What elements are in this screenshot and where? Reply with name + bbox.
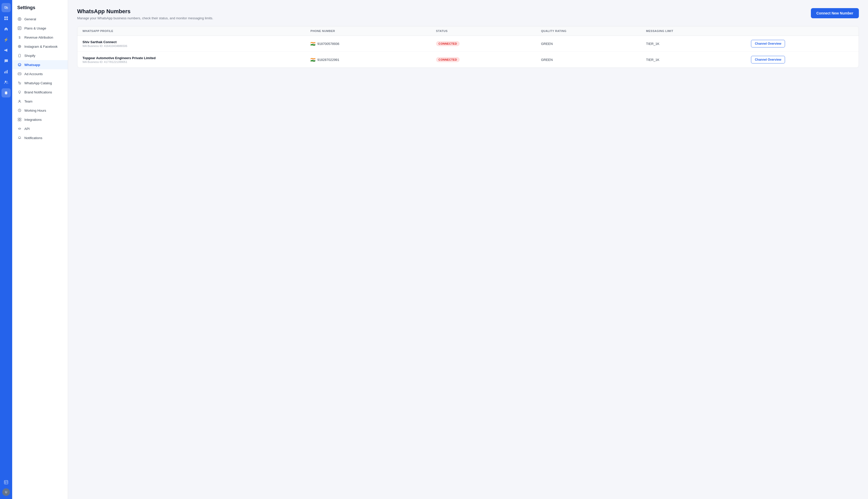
svg-rect-4 xyxy=(4,72,5,73)
whatsapp-icon xyxy=(17,62,22,67)
table-row: Shiv Sarthak Connect WA Business ID: 416… xyxy=(77,36,859,52)
nav-notifications[interactable]: Notifications xyxy=(12,133,68,142)
table-row: Topgear Automotive Engineers Private Lim… xyxy=(77,52,859,68)
nav-plans[interactable]: Plans & Usage xyxy=(12,24,68,33)
svg-rect-5 xyxy=(5,71,7,73)
plans-icon xyxy=(17,26,22,31)
nav-shopify[interactable]: Shopify xyxy=(12,51,68,60)
svg-point-19 xyxy=(18,45,21,48)
sidebar-grid-icon[interactable] xyxy=(1,14,11,23)
col-status-header: STATUS xyxy=(436,29,539,33)
svg-point-13 xyxy=(18,17,21,21)
page-header-text: WhatsApp Numbers Manage your WhatsApp bu… xyxy=(77,8,213,20)
sidebar-lightning-icon[interactable]: ⚡ xyxy=(1,35,11,44)
sidebar-bag-icon[interactable]: 🛍 xyxy=(1,3,11,12)
svg-rect-3 xyxy=(7,19,8,20)
quality-cell-2: GREEN xyxy=(541,58,644,62)
action-cell-1: Channel Overview xyxy=(751,40,854,47)
brand-icon xyxy=(17,90,22,94)
channel-overview-button-2[interactable]: Channel Overview xyxy=(751,56,785,63)
page-header: WhatsApp Numbers Manage your WhatsApp bu… xyxy=(77,8,859,20)
svg-point-20 xyxy=(19,46,20,47)
api-icon xyxy=(17,126,22,131)
svg-rect-6 xyxy=(7,70,8,73)
nav-adaccounts[interactable]: Ad Accounts xyxy=(12,69,68,78)
svg-point-21 xyxy=(18,63,21,66)
general-icon xyxy=(17,17,22,21)
profile-cell-1: Shiv Sarthak Connect WA Business ID: 416… xyxy=(83,40,308,47)
flag-2: 🇮🇳 xyxy=(310,57,316,62)
flag-1: 🇮🇳 xyxy=(310,41,316,46)
col-action-header xyxy=(751,29,854,33)
nav-instagram[interactable]: Instagram & Facebook xyxy=(12,42,68,51)
page-subtitle: Manage your WhatsApp business numbers, c… xyxy=(77,16,213,20)
svg-line-38 xyxy=(20,128,20,130)
team-icon xyxy=(17,99,22,104)
sidebar-table-icon[interactable] xyxy=(1,478,11,487)
catalog-icon xyxy=(17,81,22,85)
status-badge-1: CONNECTED xyxy=(436,41,460,46)
svg-point-14 xyxy=(19,19,20,20)
nav-hours[interactable]: Working Hours xyxy=(12,106,68,115)
svg-point-30 xyxy=(19,100,20,101)
sidebar-megaphone-icon[interactable] xyxy=(1,46,11,55)
sidebar-people-icon[interactable] xyxy=(1,78,11,87)
user-avatar[interactable]: U xyxy=(2,488,10,496)
profile-id-1: WA Business ID: 416410434886506 xyxy=(83,45,308,47)
page-title: WhatsApp Numbers xyxy=(77,8,213,15)
status-cell-1: CONNECTED xyxy=(436,41,539,46)
settings-sidebar: Settings General Plans & Usage $ Revenue… xyxy=(12,0,68,499)
nav-revenue[interactable]: $ Revenue Attribution xyxy=(12,33,68,42)
svg-rect-24 xyxy=(18,73,21,75)
nav-team[interactable]: Team xyxy=(12,97,68,106)
integrations-icon xyxy=(17,117,22,122)
revenue-icon: $ xyxy=(17,35,22,40)
table-header: WHATSAPP PROFILE PHONE NUMBER STATUS QUA… xyxy=(77,26,859,36)
main-content: WhatsApp Numbers Manage your WhatsApp bu… xyxy=(68,0,868,499)
action-cell-2: Channel Overview xyxy=(751,56,854,63)
channel-overview-button-1[interactable]: Channel Overview xyxy=(751,40,785,47)
svg-rect-9 xyxy=(4,480,8,484)
phone-cell-1: 🇮🇳 918700578936 xyxy=(310,41,433,46)
col-phone-header: PHONE NUMBER xyxy=(310,29,433,33)
status-cell-2: CONNECTED xyxy=(436,57,539,62)
svg-point-23 xyxy=(20,64,20,64)
quality-cell-1: GREEN xyxy=(541,42,644,46)
notifications-icon xyxy=(17,135,22,140)
svg-rect-36 xyxy=(18,120,19,121)
nav-catalog[interactable]: WhatsApp Catalog xyxy=(12,78,68,88)
nav-brand[interactable]: Brand Notifications xyxy=(12,88,68,97)
svg-point-27 xyxy=(20,84,21,85)
nav-integrations[interactable]: Integrations xyxy=(12,115,68,124)
instagram-icon xyxy=(17,44,22,49)
profile-id-2: WA Business ID: 417781221399051 xyxy=(83,60,308,63)
svg-rect-35 xyxy=(20,118,21,119)
nav-whatsapp[interactable]: Whatsapp xyxy=(12,60,68,69)
profile-name-2: Topgear Automotive Engineers Private Lim… xyxy=(83,56,308,60)
svg-point-26 xyxy=(19,84,20,85)
sidebar-settings-icon[interactable] xyxy=(1,88,11,97)
hours-icon xyxy=(17,108,22,113)
shopify-icon xyxy=(17,53,22,58)
phone-number-1: 918700578936 xyxy=(317,42,339,46)
nav-general[interactable]: General xyxy=(12,14,68,24)
col-quality-header: QUALITY RATING xyxy=(541,29,644,33)
sidebar-chat-icon[interactable] xyxy=(1,56,11,65)
profile-cell-2: Topgear Automotive Engineers Private Lim… xyxy=(83,56,308,63)
svg-point-22 xyxy=(19,64,19,64)
status-badge-2: CONNECTED xyxy=(436,57,460,62)
phone-number-2: 918287022991 xyxy=(317,58,339,62)
sidebar-chart-icon[interactable] xyxy=(1,67,11,76)
col-limit-header: MESSAGING LIMIT xyxy=(646,29,748,33)
limit-cell-2: TIER_1K xyxy=(646,58,748,62)
adaccounts-icon xyxy=(17,72,22,76)
connect-new-number-button[interactable]: Connect New Number xyxy=(811,8,859,18)
svg-rect-34 xyxy=(18,118,19,119)
profile-name-1: Shiv Sarthak Connect xyxy=(83,40,308,44)
limit-cell-1: TIER_1K xyxy=(646,42,748,46)
nav-api[interactable]: API xyxy=(12,124,68,133)
sidebar-home-icon[interactable] xyxy=(1,24,11,34)
svg-rect-1 xyxy=(7,16,8,18)
svg-point-7 xyxy=(5,81,7,82)
whatsapp-numbers-table: WHATSAPP PROFILE PHONE NUMBER STATUS QUA… xyxy=(77,26,859,68)
